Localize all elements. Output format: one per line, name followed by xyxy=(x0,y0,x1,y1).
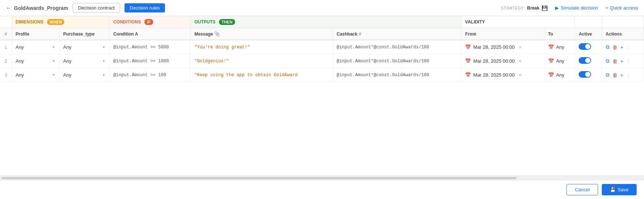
profile-value: Any xyxy=(16,72,24,78)
purchase-type-dropdown-arrow: ▼ xyxy=(102,45,105,49)
decision-rules-button[interactable]: Decision rules xyxy=(125,3,165,12)
to-value: Any xyxy=(556,44,564,50)
col-to: To xyxy=(544,28,575,40)
cell-to-2[interactable]: 📅 Any xyxy=(544,68,575,82)
toggle-track xyxy=(579,57,591,64)
cell-num-2: 3 xyxy=(0,68,12,82)
cell-condition-a-0[interactable]: @input.Amount >= 5000 xyxy=(109,40,191,54)
active-toggle-2[interactable] xyxy=(579,71,591,78)
col-actions: Actions xyxy=(602,28,644,40)
back-button[interactable]: ← GoldAwards_Program xyxy=(6,5,68,11)
quick-access-button[interactable]: + Quick access xyxy=(605,5,638,11)
from-calendar-icon: 📅 xyxy=(465,72,471,78)
copy-icon-0[interactable]: ⧉ xyxy=(606,44,609,50)
cell-to-0[interactable]: 📅 Any xyxy=(544,40,575,54)
from-clear-icon[interactable]: ✕ xyxy=(518,45,522,50)
delete-icon-2[interactable]: 🗑 xyxy=(612,72,618,78)
cell-from-2[interactable]: 📅 Mar 28, 2025 00:00 ✕ xyxy=(461,68,544,82)
cell-condition-a-2[interactable]: @input.Amount >= 100 xyxy=(109,68,191,82)
drag-handle-1[interactable]: ⋮ xyxy=(626,59,631,64)
cell-purchase-type-0[interactable]: Any ▼ xyxy=(59,40,109,54)
cell-to-1[interactable]: 📅 Any xyxy=(544,54,575,68)
toggle-thumb xyxy=(585,44,590,49)
to-value: Any xyxy=(556,58,564,64)
from-value: Mar 28, 2025 00:00 xyxy=(473,58,515,64)
col-profile: Profile xyxy=(12,28,59,40)
conditions-label: CONDITIONS xyxy=(113,19,141,25)
cell-message-1[interactable]: "Goldgenius!" xyxy=(191,54,333,68)
cell-from-1[interactable]: 📅 Mar 28, 2025 00:00 ✕ xyxy=(461,54,544,68)
col-purchase-type: Purchase_type xyxy=(59,28,109,40)
cell-cashback-1[interactable]: @input.Amount*@const.GoldAwards/100 xyxy=(333,54,461,68)
to-value: Any xyxy=(556,72,564,78)
cell-from-0[interactable]: 📅 Mar 28, 2025 00:00 ✕ xyxy=(461,40,544,54)
group-num-header xyxy=(0,16,12,28)
cell-active-2[interactable] xyxy=(575,68,602,82)
profile-value: Any xyxy=(16,58,24,64)
copy-icon-2[interactable]: ⧉ xyxy=(606,72,609,78)
cell-cashback-2[interactable]: @input.Amount*@const.GoldAwards/100 xyxy=(333,68,461,82)
cell-active-0[interactable] xyxy=(575,40,602,54)
app-header: ← GoldAwards_Program Decision contract D… xyxy=(0,0,644,16)
header-left: ← GoldAwards_Program Decision contract D… xyxy=(6,3,165,13)
from-clear-icon[interactable]: ✕ xyxy=(518,73,522,78)
drag-handle-0[interactable]: ⋮ xyxy=(626,45,631,50)
cell-actions-2: ⧉ 🗑 + ⋮ xyxy=(602,68,644,82)
delete-icon-0[interactable]: 🗑 xyxy=(612,44,618,50)
then-badge: THEN xyxy=(219,19,235,25)
strategy-info: STRATEGY: Break 💾 xyxy=(501,5,548,11)
decision-contract-button[interactable]: Decision contract xyxy=(73,3,120,13)
toggle-thumb xyxy=(585,72,590,77)
cell-message-2[interactable]: "Keep using the app to obtain GoldAward xyxy=(191,68,333,82)
strategy-value: Break xyxy=(527,5,539,11)
copy-icon-1[interactable]: ⧉ xyxy=(606,58,609,64)
group-outputs-header: OUTPUTS THEN xyxy=(191,16,461,28)
strategy-label-text: STRATEGY: xyxy=(501,6,525,10)
cell-cashback-0[interactable]: @input.Amount*@const.GoldAwards/100 xyxy=(333,40,461,54)
purchase-type-dropdown-arrow: ▼ xyxy=(102,73,105,77)
purchase-type-value: Any xyxy=(63,58,71,64)
cell-purchase-type-2[interactable]: Any ▼ xyxy=(59,68,109,82)
play-icon: ▶ xyxy=(555,5,559,11)
decision-table: DIMENSIONS WHEN CONDITIONS IF OUTPUTS TH… xyxy=(0,16,644,82)
from-calendar-icon: 📅 xyxy=(465,58,471,64)
simulate-label: Simulate decision xyxy=(561,5,598,11)
cell-message-0[interactable]: "You're doing great!" xyxy=(191,40,333,54)
if-badge: IF xyxy=(144,19,153,25)
horizontal-scrollbar[interactable] xyxy=(0,176,644,180)
profile-value: Any xyxy=(16,44,24,50)
cancel-button[interactable]: Cancel xyxy=(566,184,598,195)
cell-num-1: 2 xyxy=(0,54,12,68)
save-icon: 💾 xyxy=(610,187,616,192)
table-row: 3 Any ▼ Any ▼ @input.Amount >= 100 "Keep… xyxy=(0,68,644,82)
cell-profile-0[interactable]: Any ▼ xyxy=(12,40,59,54)
cell-purchase-type-1[interactable]: Any ▼ xyxy=(59,54,109,68)
drag-handle-2[interactable]: ⋮ xyxy=(626,73,631,78)
add-row-icon-1[interactable]: + xyxy=(620,58,623,64)
add-row-icon-0[interactable]: + xyxy=(620,44,623,50)
export-icon[interactable]: 💾 xyxy=(542,5,548,11)
group-header-row: DIMENSIONS WHEN CONDITIONS IF OUTPUTS TH… xyxy=(0,16,644,28)
outputs-label: OUTPUTS xyxy=(194,19,215,25)
scrollbar-thumb[interactable] xyxy=(1,177,517,179)
add-row-icon-2[interactable]: + xyxy=(620,72,623,78)
from-value: Mar 28, 2025 00:00 xyxy=(473,44,515,50)
profile-dropdown-arrow: ▼ xyxy=(52,59,55,63)
delete-icon-1[interactable]: 🗑 xyxy=(612,58,618,64)
action-icons-0: ⧉ 🗑 + ⋮ xyxy=(606,44,640,50)
toggle-track xyxy=(579,43,591,50)
validity-label: VALIDITY xyxy=(465,19,485,25)
cell-profile-2[interactable]: Any ▼ xyxy=(12,68,59,82)
save-button[interactable]: 💾 Save xyxy=(602,184,637,195)
cell-active-1[interactable] xyxy=(575,54,602,68)
from-clear-icon[interactable]: ✕ xyxy=(518,59,522,64)
active-toggle-0[interactable] xyxy=(579,43,591,50)
from-value: Mar 28, 2025 00:00 xyxy=(473,72,515,78)
cell-profile-1[interactable]: Any ▼ xyxy=(12,54,59,68)
table-body: 1 Any ▼ Any ▼ @input.Amount >= 5000 "You… xyxy=(0,40,644,82)
active-toggle-1[interactable] xyxy=(579,57,591,64)
save-label: Save xyxy=(618,187,629,192)
action-icons-2: ⧉ 🗑 + ⋮ xyxy=(606,72,640,78)
cell-condition-a-1[interactable]: @input.Amount >= 1000 xyxy=(109,54,191,68)
simulate-button[interactable]: ▶ Simulate decision xyxy=(555,5,598,11)
